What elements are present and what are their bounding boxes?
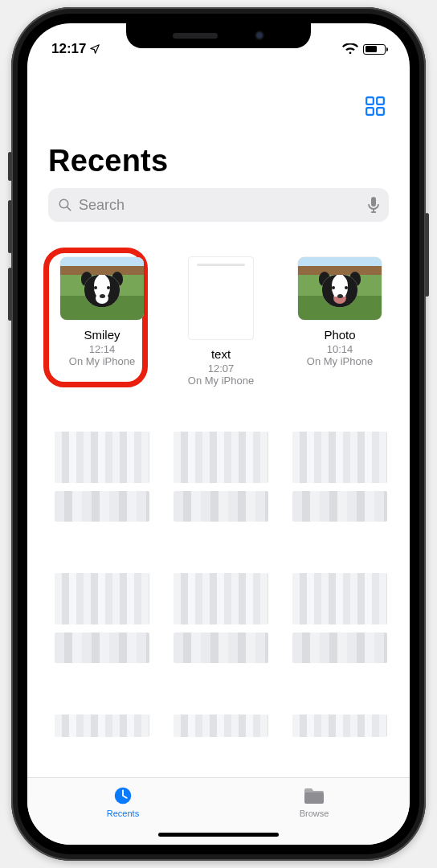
home-indicator[interactable]	[158, 833, 279, 837]
svg-rect-6	[371, 197, 376, 207]
redacted-item	[292, 714, 387, 737]
front-camera	[255, 31, 264, 40]
page-title: Recents	[48, 144, 389, 178]
file-time: 10:14	[327, 343, 353, 355]
view-toggle-button[interactable]	[48, 96, 389, 117]
svg-line-5	[67, 207, 70, 210]
redacted-item	[55, 573, 149, 669]
redacted-item	[55, 714, 149, 737]
file-time: 12:14	[89, 343, 116, 355]
file-location: On My iPhone	[188, 375, 254, 387]
redacted-item	[174, 432, 268, 528]
grid-icon	[365, 96, 386, 117]
tab-label: Browse	[300, 809, 329, 818]
file-time: 12:07	[208, 362, 235, 375]
file-item[interactable]: Photo 10:14 On My iPhone	[292, 257, 387, 387]
bezel: 12:17	[18, 14, 419, 854]
redacted-item	[174, 714, 268, 737]
redacted-item	[55, 432, 149, 528]
volume-up-button	[8, 200, 12, 253]
file-item[interactable]: text 12:07 On My iPhone	[174, 257, 268, 387]
redacted-item	[174, 573, 268, 669]
svg-rect-10	[304, 792, 324, 804]
tab-label: Recents	[107, 809, 139, 818]
wifi-icon	[342, 43, 358, 55]
svg-rect-0	[366, 97, 374, 104]
search-input[interactable]	[79, 197, 368, 214]
screen: 12:17	[27, 23, 410, 845]
file-location: On My iPhone	[307, 355, 373, 367]
microphone-icon[interactable]	[368, 197, 379, 213]
clock-icon	[111, 784, 135, 807]
nav-area: Recents	[27, 63, 410, 178]
folder-icon	[302, 784, 326, 807]
file-location: On My iPhone	[69, 355, 135, 367]
file-thumbnail-doc	[189, 257, 253, 339]
status-time: 12:17	[51, 41, 86, 57]
phone-frame: 12:17	[11, 7, 426, 861]
file-name: Photo	[324, 328, 355, 342]
svg-rect-3	[377, 108, 384, 115]
file-thumbnail-image	[298, 257, 382, 320]
svg-rect-1	[377, 97, 384, 104]
files-grid: Smiley 12:14 On My iPhone text 12:07 On …	[27, 222, 410, 777]
search-icon	[58, 198, 72, 212]
volume-down-button	[8, 268, 12, 321]
file-name: Smiley	[84, 328, 120, 342]
search-bar[interactable]	[48, 188, 389, 222]
svg-rect-2	[366, 108, 374, 115]
speaker-grille	[173, 33, 218, 39]
location-icon	[89, 43, 100, 55]
file-thumbnail-image	[60, 257, 144, 320]
battery-icon	[363, 44, 386, 55]
notch	[126, 23, 311, 48]
redacted-item	[292, 573, 387, 669]
power-button	[425, 213, 429, 297]
redacted-item	[292, 432, 387, 528]
mute-switch	[8, 152, 12, 181]
file-name: text	[211, 347, 231, 361]
file-item[interactable]: Smiley 12:14 On My iPhone	[55, 257, 149, 387]
